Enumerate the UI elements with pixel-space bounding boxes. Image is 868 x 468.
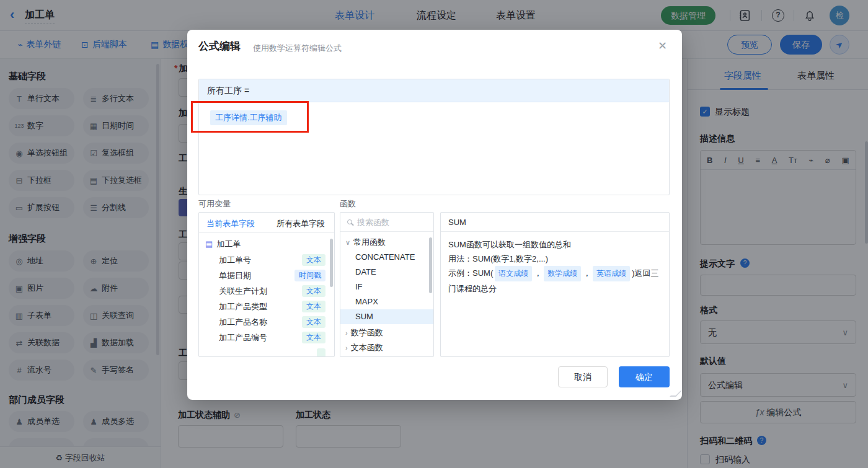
annotation-box: [191, 101, 309, 133]
variables-scrollbar[interactable]: [330, 239, 333, 287]
tree-field-row[interactable]: 关联生产计划文本: [199, 283, 334, 299]
formula-target: 所有工序 =: [199, 79, 669, 102]
function-desc: SUM函数可以获取一组数值的总和: [448, 237, 662, 252]
search-placeholder: 搜索函数: [357, 217, 389, 228]
tree-field-row[interactable]: 加工产品名称文本: [199, 314, 334, 330]
tab-current-form-fields[interactable]: 当前表单字段: [206, 218, 255, 229]
tree-field-row[interactable]: 加工产品类型文本: [199, 299, 334, 314]
form-doc-icon: ▤: [205, 239, 213, 249]
field-type-badge: 文本: [302, 316, 326, 328]
variables-label: 可用变量: [198, 198, 231, 210]
functions-scrollbar[interactable]: [429, 237, 432, 293]
tree-node-form[interactable]: ▤加工单: [199, 236, 334, 252]
func-group-common[interactable]: ∨常用函数: [340, 235, 433, 250]
cancel-button[interactable]: 取消: [558, 366, 608, 387]
function-search[interactable]: 搜索函数: [340, 213, 433, 232]
field-type-badge: 文本: [302, 301, 326, 312]
field-type-badge: 时间戳: [294, 270, 326, 281]
functions-label: 函数: [340, 198, 356, 210]
field-type-badge: [317, 348, 326, 357]
functions-panel: 搜索函数 ∨常用函数 CONCATENATE DATE IF MAPX SUM …: [340, 212, 434, 357]
function-detail-name: SUM: [441, 213, 669, 232]
search-icon: [347, 219, 352, 224]
func-group-text[interactable]: ›文本函数: [340, 340, 433, 355]
example-chip: 英语成绩: [593, 266, 630, 281]
func-item-concatenate[interactable]: CONCATENATE: [340, 250, 433, 265]
func-item-sum[interactable]: SUM: [340, 309, 433, 324]
chevron-down-icon: ∨: [345, 239, 350, 246]
tree-field-row[interactable]: [199, 345, 334, 357]
field-type-badge: 文本: [302, 332, 326, 343]
function-usage: 用法：SUM(数字1,数字2,...): [448, 252, 662, 266]
function-detail-body: SUM函数可以获取一组数值的总和 用法：SUM(数字1,数字2,...) 示例：…: [441, 232, 669, 301]
close-icon[interactable]: ✕: [658, 39, 667, 53]
formula-editor-box[interactable]: 所有工序 = 工序详情.工序辅助: [198, 79, 670, 195]
field-type-badge: 文本: [302, 254, 326, 266]
function-example: 示例：SUM(语文成绩，数学成绩，英语成绩)返回三门课程的总分: [448, 266, 662, 296]
example-chip: 数学成绩: [544, 266, 581, 281]
example-chip: 语文成绩: [495, 266, 532, 281]
variable-tabs: 当前表单字段 所有表单字段: [199, 213, 334, 233]
tab-all-form-fields[interactable]: 所有表单字段: [277, 218, 325, 229]
func-item-mapx[interactable]: MAPX: [340, 294, 433, 309]
confirm-button[interactable]: 确定: [619, 366, 670, 387]
chevron-right-icon: ›: [345, 344, 348, 351]
func-group-math[interactable]: ›数学函数: [340, 325, 433, 340]
tree-field-row[interactable]: 加工产品编号文本: [199, 330, 334, 345]
field-type-badge: 文本: [302, 285, 326, 297]
variables-panel: 当前表单字段 所有表单字段 ▤加工单 加工单号文本 单据日期时间戳 关联生产计划…: [198, 212, 335, 357]
tree-field-row[interactable]: 单据日期时间戳: [199, 268, 334, 283]
func-item-date[interactable]: DATE: [340, 265, 433, 280]
tree-field-row[interactable]: 加工单号文本: [199, 252, 334, 268]
modal-title: 公式编辑: [198, 39, 241, 53]
resize-handle[interactable]: [670, 391, 682, 397]
function-detail-panel: SUM SUM函数可以获取一组数值的总和 用法：SUM(数字1,数字2,...)…: [440, 212, 670, 357]
modal-subtitle: 使用数学运算符编辑公式: [253, 43, 342, 54]
chevron-right-icon: ›: [345, 329, 348, 337]
formula-edit-modal: 公式编辑 使用数学运算符编辑公式 ✕ 所有工序 = 工序详情.工序辅助 可用变量…: [187, 30, 682, 400]
func-item-if[interactable]: IF: [340, 280, 433, 294]
